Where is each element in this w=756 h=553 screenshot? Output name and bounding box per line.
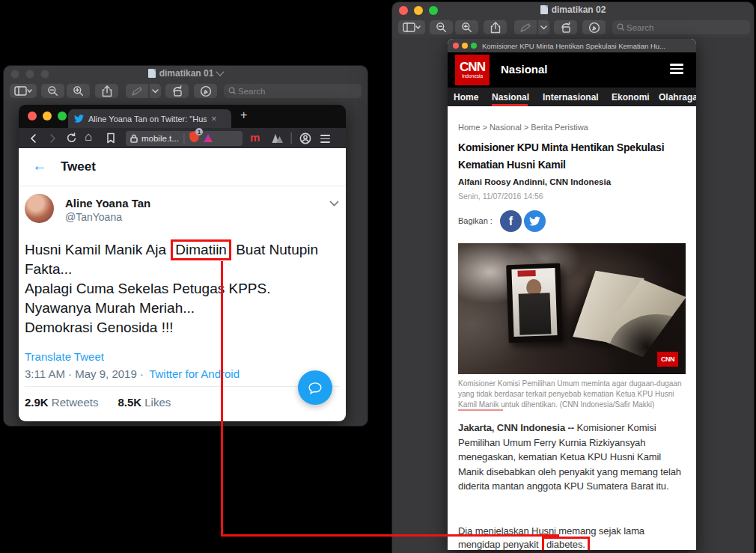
cnn-article-screenshot: Komisioner KPU Minta Hentikan Spekulasi … xyxy=(448,39,696,550)
breadcrumb: Home > Nasional > Berita Peristiwa xyxy=(458,123,588,132)
marker-pen-icon xyxy=(519,22,531,33)
zoom-in-button[interactable] xyxy=(455,20,478,34)
share-button[interactable] xyxy=(95,84,118,98)
triangle-extension-icon[interactable] xyxy=(203,133,213,143)
minimize-button[interactable] xyxy=(462,43,468,49)
search-input[interactable] xyxy=(237,86,357,97)
zoom-out-button[interactable] xyxy=(430,20,453,34)
reload-icon[interactable] xyxy=(66,132,77,144)
tab-close-icon[interactable]: × xyxy=(211,113,217,124)
breadcrumb-sep: > xyxy=(524,123,528,132)
extension-m-icon[interactable]: m xyxy=(250,132,260,143)
rotate-button[interactable] xyxy=(165,84,189,98)
share-label: Bagikan : xyxy=(458,216,493,225)
breadcrumb-nasional[interactable]: Nasional xyxy=(490,123,522,132)
toolbar-search-field[interactable] xyxy=(612,20,750,34)
toolbar-search-field[interactable] xyxy=(224,84,362,98)
markup-pen-dropdown[interactable] xyxy=(149,84,161,98)
tweet-timestamp: 3:11 AM · May 9, 2019 · xyxy=(25,367,144,380)
breadcrumb-berita[interactable]: Berita Peristiwa xyxy=(531,123,588,132)
tweet-author-name[interactable]: Aline Yoana Tan xyxy=(65,197,150,210)
close-button[interactable] xyxy=(453,43,459,49)
back-icon[interactable] xyxy=(28,133,39,144)
avatar[interactable] xyxy=(25,194,54,223)
extension-mountain-icon[interactable] xyxy=(271,133,284,143)
tweet-options-chevron-icon[interactable] xyxy=(329,201,339,207)
forward-icon[interactable] xyxy=(47,133,58,144)
zoom-out-button[interactable] xyxy=(41,84,64,98)
article-photo: CNN xyxy=(458,243,686,374)
preview-toolbar xyxy=(392,18,754,38)
back-arrow-icon[interactable]: ← xyxy=(32,157,47,174)
framed-portrait xyxy=(511,268,557,337)
caption-divider xyxy=(458,409,503,411)
show-markup-toolbar-button[interactable] xyxy=(194,84,217,98)
close-button[interactable] xyxy=(28,111,37,120)
menu-hamburger-icon[interactable] xyxy=(670,64,683,74)
zoom-button[interactable] xyxy=(58,111,67,120)
rotate-button[interactable] xyxy=(554,20,577,34)
likes-count: 8.5K xyxy=(118,396,141,409)
facebook-icon: f xyxy=(509,215,513,228)
translate-tweet-link[interactable]: Translate Tweet xyxy=(25,350,104,363)
tweet-text-segment: Buat Nutupin xyxy=(232,242,318,257)
shield-extension-icon[interactable]: 1 xyxy=(189,131,199,145)
show-markup-toolbar-button[interactable] xyxy=(582,20,606,34)
breadcrumb-home[interactable]: Home xyxy=(458,123,480,132)
share-icon xyxy=(490,22,501,34)
title-disclosure-chevron-icon[interactable] xyxy=(216,67,225,76)
new-tab-button[interactable]: + xyxy=(240,109,247,122)
shield-badge: 1 xyxy=(195,128,203,135)
nav-item-olahraga[interactable]: Olahraga xyxy=(659,92,696,103)
page-title: Tweet xyxy=(61,159,96,174)
chevron-down-icon xyxy=(152,89,159,94)
nav-item-ekonomi[interactable]: Ekonomi xyxy=(612,92,650,103)
account-icon[interactable] xyxy=(299,132,311,144)
window-titlebar[interactable]: dimatikan 02 xyxy=(392,2,754,18)
minimize-button[interactable] xyxy=(43,111,52,120)
pen-circle-icon xyxy=(200,85,212,97)
twitter-bird-icon xyxy=(74,114,84,123)
tweet-source-link[interactable]: Twitter for Android xyxy=(149,367,240,380)
portrait-suit xyxy=(519,293,552,334)
tweet-line: Apalagi Cuma Sekelas Petugas KPPS. xyxy=(25,279,318,299)
menu-hamburger-icon[interactable] xyxy=(320,135,330,143)
browser-window-controls xyxy=(28,111,67,120)
sidebar-toggle-button[interactable] xyxy=(10,84,37,98)
nav-item-home[interactable]: Home xyxy=(454,92,478,103)
tweet-header: ← Tweet xyxy=(19,148,346,186)
cnn-logo-text: CNN xyxy=(460,61,485,73)
search-input[interactable] xyxy=(625,22,746,33)
browser-tab-bar: Aline Yoana Tan on Twitter: "Hus × + xyxy=(19,105,346,128)
markup-pen-dropdown[interactable] xyxy=(537,20,549,34)
twitter-share-button[interactable] xyxy=(524,210,546,232)
share-button[interactable] xyxy=(484,20,507,34)
rotate-left-icon xyxy=(171,85,183,97)
facebook-share-button[interactable]: f xyxy=(500,210,522,232)
magazine-masthead xyxy=(517,270,535,277)
article-headline: Komisioner KPU Minta Hentikan Spekulasi … xyxy=(458,139,687,174)
home-icon[interactable]: ⌂ xyxy=(85,129,92,144)
sidebar-icon xyxy=(403,22,421,32)
compose-reply-fab[interactable] xyxy=(298,370,332,405)
sidebar-toggle-button[interactable] xyxy=(398,20,425,34)
zoom-in-icon xyxy=(73,85,84,97)
zoom-in-button[interactable] xyxy=(67,84,90,98)
markup-pen-button[interactable] xyxy=(126,84,148,98)
likes-stat[interactable]: 8.5K Likes xyxy=(118,396,171,409)
window-titlebar[interactable]: dimatikan 01 xyxy=(4,66,368,82)
nav-item-nasional[interactable]: Nasional xyxy=(492,92,529,103)
tweet-text-segment: Husni Kamil Manik Aja xyxy=(25,242,170,257)
window-title: dimatikan 02 xyxy=(552,4,606,15)
retweets-stat[interactable]: 2.9K Retweets xyxy=(25,396,98,409)
markup-pen-button[interactable] xyxy=(514,20,537,34)
browser-tab[interactable]: Aline Yoana Tan on Twitter: "Hus × xyxy=(68,109,231,128)
bookmark-icon[interactable] xyxy=(106,132,116,144)
annotation-box-diabetes: diabetes. xyxy=(542,537,590,550)
cnn-logo[interactable]: CNN Indonesia xyxy=(455,55,490,85)
zoom-button[interactable] xyxy=(471,43,477,49)
nav-item-internasional[interactable]: Internasional xyxy=(543,92,599,103)
url-bar[interactable]: mobile.t... | 1 xyxy=(126,131,243,146)
divider xyxy=(25,386,340,387)
tweet-author-handle[interactable]: @TanYoana xyxy=(65,211,122,223)
